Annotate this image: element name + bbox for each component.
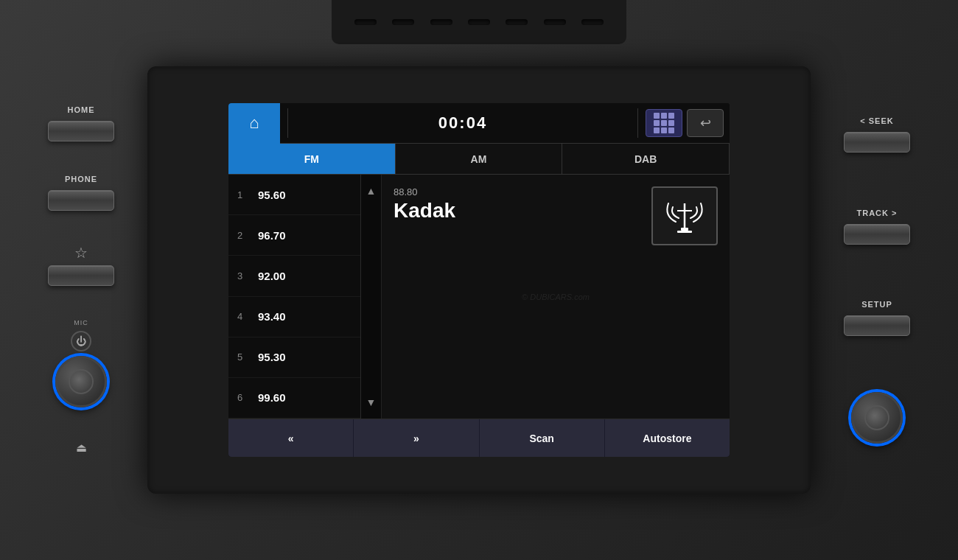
star-group: ☆ bbox=[48, 244, 114, 286]
preset-num-2: 2 bbox=[237, 230, 252, 241]
preset-item-4[interactable]: 4 93.40 bbox=[228, 297, 360, 337]
preset-list: 1 95.60 2 96.70 3 92.00 4 93.40 bbox=[228, 175, 361, 419]
signal-icon-box bbox=[651, 186, 718, 245]
back-button[interactable]: ↩ bbox=[687, 109, 724, 137]
seek-button[interactable] bbox=[844, 132, 910, 153]
preset-freq-5: 95.30 bbox=[258, 351, 286, 363]
vent-slot bbox=[392, 19, 414, 25]
scroll-up-arrow[interactable]: ▲ bbox=[363, 182, 380, 200]
screen-home-button[interactable]: ⌂ bbox=[228, 103, 280, 144]
source-tabs: FM AM DAB bbox=[228, 144, 730, 175]
car-panel: HOME PHONE ☆ MIC ⏻ ⏏ bbox=[0, 0, 958, 560]
now-playing: © DUBICARS.com 88.80 Kadak bbox=[382, 175, 730, 419]
left-controls: HOME PHONE ☆ MIC ⏻ ⏏ bbox=[22, 66, 140, 494]
eject-icon[interactable]: ⏏ bbox=[76, 441, 87, 455]
home-screen-icon: ⌂ bbox=[249, 113, 259, 133]
grid-button[interactable] bbox=[646, 109, 682, 137]
track-label: TRACK > bbox=[857, 209, 898, 217]
vent-slot bbox=[506, 19, 528, 25]
scroll-bar: ▲ ▼ bbox=[361, 175, 382, 419]
svg-rect-2 bbox=[681, 228, 688, 231]
right-tuner-knob[interactable] bbox=[851, 392, 903, 444]
preset-freq-1: 95.60 bbox=[258, 189, 286, 201]
grid-icon bbox=[654, 113, 674, 133]
mic-label: MIC bbox=[74, 319, 88, 326]
preset-num-4: 4 bbox=[237, 311, 252, 322]
home-label: HOME bbox=[68, 105, 95, 114]
track-button[interactable] bbox=[844, 224, 910, 245]
star-button[interactable] bbox=[48, 265, 114, 286]
main-unit: HOME PHONE ☆ MIC ⏻ ⏏ bbox=[147, 66, 811, 494]
back-icon: ↩ bbox=[700, 115, 711, 131]
right-controls: < SEEK TRACK > SETUP bbox=[818, 66, 936, 494]
preset-num-1: 1 bbox=[237, 189, 252, 200]
preset-freq-2: 96.70 bbox=[258, 229, 286, 242]
home-button[interactable] bbox=[48, 121, 114, 141]
autostore-label: Autostore bbox=[643, 433, 691, 444]
left-volume-knob[interactable] bbox=[55, 356, 107, 407]
bottom-controls: « » Scan Autostore bbox=[228, 419, 730, 457]
tab-fm[interactable]: FM bbox=[228, 144, 396, 174]
watermark: © DUBICARS.com bbox=[522, 293, 590, 301]
star-icon: ☆ bbox=[74, 244, 88, 262]
vent-slot bbox=[354, 19, 377, 25]
vent-slot bbox=[468, 19, 490, 25]
setup-label: SETUP bbox=[861, 300, 892, 309]
seek-label: < SEEK bbox=[860, 116, 893, 125]
screen-topbar: ⌂ 00:04 ↩ bbox=[228, 103, 730, 144]
preset-num-3: 3 bbox=[237, 270, 252, 281]
scan-button[interactable]: Scan bbox=[480, 419, 605, 457]
prev-label: « bbox=[288, 433, 294, 444]
next-button[interactable]: » bbox=[354, 419, 479, 457]
scan-label: Scan bbox=[529, 433, 553, 444]
screen-content: 1 95.60 2 96.70 3 92.00 4 93.40 bbox=[228, 175, 730, 419]
power-button[interactable]: ⏻ bbox=[71, 331, 91, 351]
track-group: TRACK > bbox=[844, 209, 910, 245]
infotainment-screen: ⌂ 00:04 ↩ FM bbox=[228, 103, 730, 457]
home-group: HOME bbox=[48, 105, 114, 141]
preset-num-6: 6 bbox=[237, 392, 252, 403]
autostore-button[interactable]: Autostore bbox=[605, 419, 730, 457]
svg-rect-3 bbox=[677, 231, 692, 233]
signal-svg-icon bbox=[662, 196, 707, 237]
vent-slot bbox=[430, 19, 452, 25]
phone-button[interactable] bbox=[48, 190, 114, 211]
vent-slot bbox=[544, 19, 566, 25]
scroll-down-arrow[interactable]: ▼ bbox=[363, 393, 380, 411]
preset-item-2[interactable]: 2 96.70 bbox=[228, 215, 360, 256]
next-label: » bbox=[413, 433, 419, 444]
preset-item-6[interactable]: 6 99.60 bbox=[228, 378, 360, 419]
setup-group: SETUP bbox=[844, 300, 910, 336]
setup-button[interactable] bbox=[844, 315, 910, 336]
vent-slot bbox=[581, 19, 604, 25]
left-knob-container: MIC ⏻ bbox=[55, 319, 107, 407]
phone-group: PHONE bbox=[48, 175, 114, 211]
preset-item-5[interactable]: 5 95.30 bbox=[228, 337, 360, 378]
preset-item-3[interactable]: 3 92.00 bbox=[228, 256, 360, 296]
tab-am[interactable]: AM bbox=[396, 144, 563, 174]
preset-freq-3: 92.00 bbox=[258, 270, 286, 282]
preset-item-1[interactable]: 1 95.60 bbox=[228, 175, 360, 215]
preset-num-5: 5 bbox=[237, 351, 252, 363]
phone-label: PHONE bbox=[65, 175, 97, 183]
preset-freq-4: 93.40 bbox=[258, 310, 286, 323]
preset-freq-6: 99.60 bbox=[258, 391, 286, 404]
prev-button[interactable]: « bbox=[228, 419, 354, 457]
vent-top bbox=[332, 0, 626, 44]
right-knob-container bbox=[851, 392, 903, 444]
time-display: 00:04 bbox=[296, 113, 630, 133]
seek-group: < SEEK bbox=[844, 116, 910, 153]
tab-dab[interactable]: DAB bbox=[562, 144, 730, 174]
